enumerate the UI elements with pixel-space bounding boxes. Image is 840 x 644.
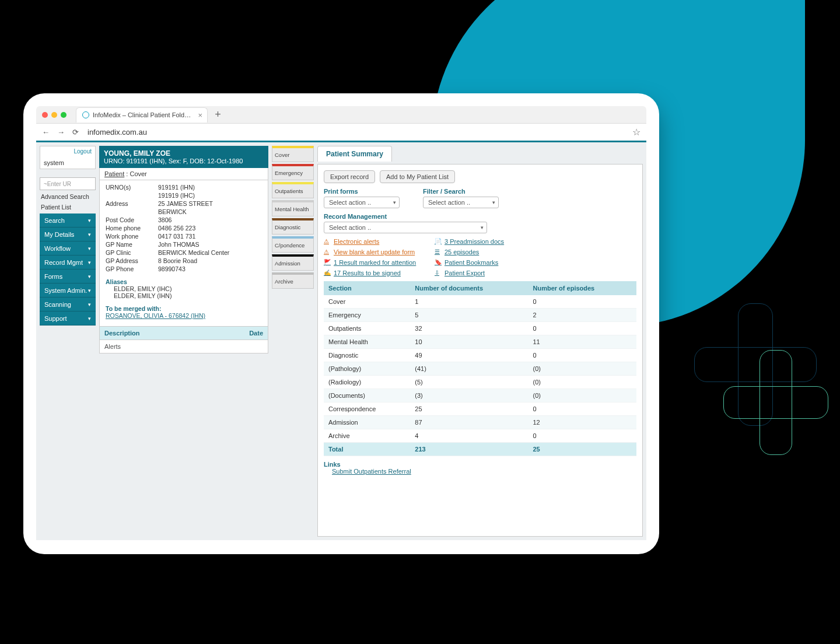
decorative-cross-green (723, 350, 828, 455)
sidebar-menu-support[interactable]: Support▾ (40, 312, 96, 326)
category-tab-archive[interactable]: Archive (272, 272, 314, 289)
alerts-row[interactable]: Alerts (99, 340, 268, 354)
category-tab-cover[interactable]: Cover (272, 146, 314, 162)
doc-icon: 📄 (435, 238, 442, 245)
back-icon[interactable]: ← (42, 128, 50, 136)
category-tabs: CoverEmergencyOutpatientsMental HealthDi… (272, 146, 314, 537)
category-tab-emergency[interactable]: Emergency (272, 164, 314, 180)
patient-name: YOUNG, EMILY ZOE (104, 149, 264, 158)
close-window-icon[interactable] (42, 112, 48, 118)
logout-link[interactable]: Logout (74, 148, 92, 155)
export-record-button[interactable]: Export record (324, 170, 375, 183)
submit-outpatients-referral-link[interactable]: Submit Outpatients Referral (332, 468, 411, 475)
sidebar-menu-workflow[interactable]: Workflow▾ (40, 242, 96, 256)
th-eps: Number of episodes (528, 281, 637, 295)
gpname-label: GP Name (106, 241, 158, 248)
sidebar-menu-forms[interactable]: Forms▾ (40, 270, 96, 284)
browser-tab[interactable]: InfoMedix – Clinical Patient Fold… × (76, 107, 208, 123)
gpclinic-label: GP Clinic (106, 249, 158, 256)
gpphone-value: 98990743 (158, 265, 262, 272)
close-tab-icon[interactable]: × (198, 111, 203, 120)
chevron-down-icon: ▾ (88, 246, 91, 251)
category-tab-admission[interactable]: Admission (272, 254, 314, 271)
sidebar-menu-search[interactable]: Search▾ (40, 214, 96, 228)
export-icon: ⇩ (435, 270, 442, 276)
print-forms-label: Print forms (324, 188, 400, 195)
description-label: Description (104, 330, 140, 337)
sidebar-menu-system-admin-[interactable]: System Admin.▾ (40, 284, 96, 298)
category-tab-diagnostic[interactable]: Diagnostic (272, 218, 314, 235)
chevron-down-icon: ▾ (88, 274, 91, 279)
electronic-alerts-link[interactable]: ⚠Electronic alerts (324, 238, 423, 245)
patient-breadcrumb: Patient : Cover (99, 168, 268, 180)
table-row[interactable]: Outpatients320 (324, 322, 636, 335)
homephone-value: 0486 256 223 (158, 225, 262, 232)
urno-value-1: 919191 (IHN) (158, 184, 262, 191)
sidebar-user-box: Logout system (40, 146, 96, 169)
minimize-window-icon[interactable] (51, 112, 57, 118)
patient-banner: YOUNG, EMILY ZOE URNO: 919191 (IHN), Sex… (99, 146, 268, 168)
reload-icon[interactable]: ⟳ (72, 128, 80, 136)
breadcrumb-cover: Cover (130, 170, 146, 177)
links-section: Links Submit Outpatients Referral (324, 461, 636, 475)
maximize-window-icon[interactable] (61, 112, 66, 118)
blank-alert-form-link[interactable]: ⚠View blank alert update form (324, 249, 423, 256)
url-text[interactable]: infomedix.com.au (88, 128, 625, 136)
advanced-search-link[interactable]: Advanced Search (40, 192, 96, 201)
patient-summary-tab[interactable]: Patient Summary (317, 146, 392, 162)
gpclinic-value: BERWICK Medical Center (158, 249, 262, 256)
table-row[interactable]: Mental Health1011 (324, 335, 636, 349)
chevron-down-icon: ▾ (88, 232, 91, 237)
app-body: Logout system ~Enter UR Advanced Search … (36, 142, 646, 540)
preadmission-docs-link[interactable]: 📄3 Preadmission docs (435, 238, 540, 245)
results-to-sign-link[interactable]: ✍17 Results to be signed (324, 270, 423, 276)
address-label: Address (106, 200, 158, 207)
record-management-select[interactable]: Select action .. (324, 222, 487, 233)
category-tab-outpatients[interactable]: Outpatients (272, 182, 314, 198)
quick-links-grid: ⚠Electronic alerts 📄3 Preadmission docs … (324, 238, 636, 276)
workphone-label: Work phone (106, 233, 158, 240)
address-value-2: BERWICK (158, 208, 262, 215)
print-forms-select[interactable]: Select action .. (324, 197, 400, 208)
patient-list-link[interactable]: Patient List (40, 203, 96, 211)
table-row[interactable]: Admission8712 (324, 416, 636, 429)
forward-icon[interactable]: → (57, 128, 65, 136)
sidebar-menu-record-mgmt[interactable]: Record Mgmt▾ (40, 256, 96, 270)
sidebar-menu-scanning[interactable]: Scanning▾ (40, 298, 96, 312)
table-row[interactable]: Diagnostic490 (324, 349, 636, 362)
new-tab-button[interactable]: + (215, 108, 221, 121)
sidebar-menu-my-details[interactable]: My Details▾ (40, 228, 96, 242)
table-total-row: Total21325 (324, 443, 636, 456)
bookmark-star-icon[interactable]: ☆ (632, 127, 640, 138)
merge-link[interactable]: ROSANOVE, OLIVIA - 676842 (IHN) (106, 312, 205, 319)
filter-search-label: Filter / Search (423, 188, 499, 195)
device-frame: InfoMedix – Clinical Patient Fold… × + ←… (23, 93, 659, 554)
table-row[interactable]: Correspondence250 (324, 402, 636, 416)
table-row[interactable]: Archive40 (324, 429, 636, 443)
table-row[interactable]: (Pathology)(41)(0) (324, 362, 636, 376)
patient-details: URNO(s)919191 (IHN) 191919 (IHC) Address… (99, 180, 268, 327)
chevron-down-icon: ▾ (88, 302, 91, 307)
breadcrumb-patient[interactable]: Patient (104, 170, 124, 177)
gpaddress-value: 8 Boorie Road (158, 257, 262, 264)
episodes-link[interactable]: ☰25 episodes (435, 249, 540, 256)
filter-search-select[interactable]: Select action .. (423, 197, 499, 208)
table-row[interactable]: (Documents)(3)(0) (324, 389, 636, 402)
table-row[interactable]: Cover10 (324, 295, 636, 309)
table-row[interactable]: Emergency52 (324, 309, 636, 322)
system-label: system (44, 159, 64, 166)
ur-input[interactable]: ~Enter UR (40, 177, 96, 190)
summary-panel: Export record Add to My Patient List Pri… (317, 164, 643, 537)
category-tab-mental-health[interactable]: Mental Health (272, 200, 314, 216)
flag-icon: 🚩 (324, 259, 331, 266)
patient-bookmarks-link[interactable]: 🔖Patient Bookmarks (435, 259, 540, 266)
aliases-label: Aliases (106, 278, 262, 285)
add-to-patient-list-button[interactable]: Add to My Patient List (380, 170, 455, 183)
table-row[interactable]: (Radiology)(5)(0) (324, 376, 636, 389)
form-icon: ⚠ (324, 249, 331, 256)
category-tab-c-pondence[interactable]: C/pondence (272, 236, 314, 253)
patient-export-link[interactable]: ⇩Patient Export (435, 270, 540, 276)
bookmark-icon: 🔖 (435, 259, 442, 266)
result-marked-link[interactable]: 🚩1 Result marked for attention (324, 259, 423, 266)
summary-tab-row: Patient Summary (317, 146, 643, 162)
